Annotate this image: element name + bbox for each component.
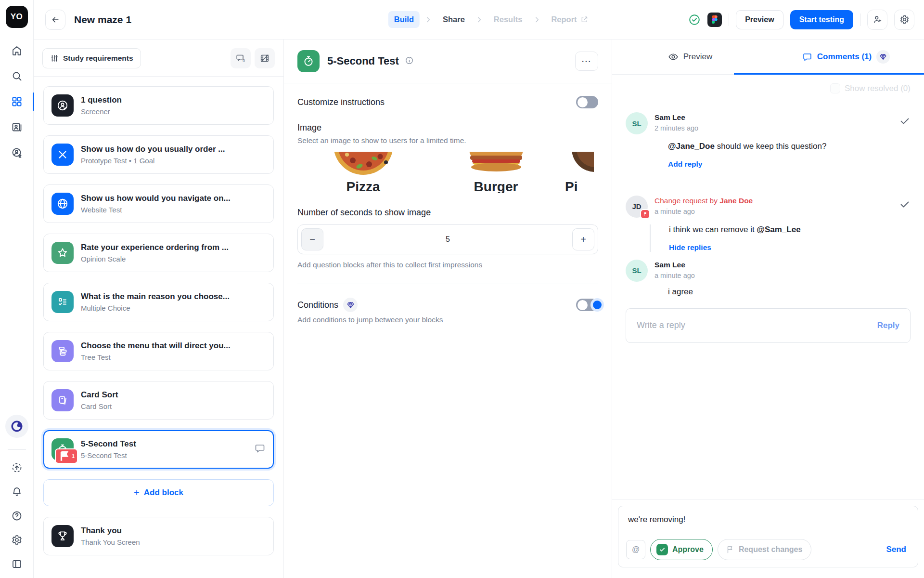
block-card-opinion-scale[interactable]: Rate your experience ordering from ... O… [43, 234, 274, 272]
show-resolved-label: Show resolved (0) [845, 84, 911, 93]
mention-at-button[interactable]: @ [626, 540, 645, 559]
seconds-stepper: − 5 + [297, 224, 598, 254]
block-subtitle: Card Sort [81, 402, 118, 410]
block-title: 5-Second Test [81, 439, 136, 449]
preview-button[interactable]: Preview [736, 10, 783, 29]
right-panel: Preview Comments (1) Show resolved (0) [612, 39, 924, 578]
tab-report[interactable]: Report [545, 11, 594, 28]
block-subtitle: Thank You Screen [81, 538, 140, 546]
tab-comments-label: Comments (1) [817, 52, 872, 62]
change-request-flag-icon [640, 209, 650, 219]
composer-text[interactable]: we're removing! [626, 515, 910, 525]
block-card-website-test[interactable]: Show us how would you navigate on... Web… [43, 184, 274, 223]
approve-check-icon [656, 544, 668, 555]
maze-settings-gear-button[interactable] [894, 10, 914, 30]
block-card-thank-you[interactable]: Thank you Thank You Screen [43, 517, 274, 555]
active-rail-indicator [33, 92, 34, 111]
hide-replies-link[interactable]: Hide replies [669, 243, 911, 252]
mention[interactable]: @Jane_Doe [668, 142, 715, 151]
block-card-five-second-test[interactable]: 1 5-Second Test 5-Second Test [43, 430, 274, 469]
comment-text: @Jane_Doe should we keep this question? [668, 141, 911, 152]
tab-comments[interactable]: Comments (1) [768, 39, 924, 74]
image-section-hint: Select an image to show to users for a l… [297, 136, 598, 145]
resolve-check-icon[interactable] [899, 112, 911, 129]
panel-rewards-icon[interactable] [11, 146, 23, 159]
resolve-check-icon[interactable] [899, 196, 911, 212]
block-title: What is the main reason you choose... [81, 292, 230, 302]
topbar-divider [729, 13, 729, 26]
tab-share[interactable]: Share [437, 11, 471, 28]
comment-reply: SL Sam Lee a minute ago i agree [626, 260, 911, 298]
updates-upload-icon[interactable] [11, 461, 23, 474]
study-requirements-button[interactable]: Study requirements [42, 48, 141, 68]
search-icon[interactable] [11, 70, 23, 82]
image-thumbnail-burger[interactable]: Burger [430, 152, 562, 193]
info-icon[interactable] [405, 56, 414, 67]
decrease-seconds-button[interactable]: − [301, 228, 323, 250]
add-block-button[interactable]: + Add block [43, 479, 274, 506]
block-card-tree-test[interactable]: Choose the menu that will direct you... … [43, 332, 274, 370]
invite-user-button[interactable] [867, 10, 887, 30]
comment-composer[interactable]: we're removing! @ Approve [618, 506, 918, 567]
image-label: Pi [565, 179, 594, 193]
approve-button[interactable]: Approve [650, 539, 713, 560]
start-testing-button[interactable]: Start testing [790, 10, 853, 29]
approve-label: Approve [672, 545, 704, 554]
settings-gear-icon[interactable] [11, 534, 23, 546]
avatar-initials: JD [632, 202, 641, 210]
workspace-logo[interactable]: YO [6, 6, 28, 28]
notifications-bell-icon[interactable] [11, 486, 23, 498]
block-card-multiple-choice[interactable]: What is the main reason you choose... Mu… [43, 283, 274, 321]
image-thumbnail-partial[interactable]: Pi [563, 152, 594, 193]
customize-instructions-toggle[interactable] [576, 96, 598, 108]
tab-preview[interactable]: Preview [612, 39, 768, 74]
comment-text: i agree [668, 287, 911, 298]
tab-results[interactable]: Results [488, 11, 528, 28]
blocks-panel: Study requirements 0 [34, 39, 284, 578]
block-card-screener[interactable]: 1 question Screener [43, 86, 274, 125]
editor-title: 5-Second Test [327, 55, 399, 67]
show-resolved-control[interactable]: Show resolved (0) [830, 83, 911, 93]
gem-upgrade-icon [343, 298, 358, 312]
image-thumbnail-pizza[interactable]: Pizza [297, 152, 429, 193]
mention[interactable]: @Sam_Lee [757, 225, 800, 234]
comment-body-text: should we keep this question? [715, 142, 827, 151]
add-reply-link[interactable]: Add reply [668, 160, 911, 169]
request-changes-button[interactable]: Request changes [718, 539, 811, 560]
conditions-toggle[interactable] [576, 299, 598, 311]
projects-grid-icon[interactable] [11, 95, 23, 108]
usage-meter-icon[interactable] [5, 415, 28, 438]
block-title: Thank you [81, 526, 140, 536]
block-card-prototype-test[interactable]: Show us how do you usually order ... Pro… [43, 135, 274, 174]
five-second-test-icon [297, 50, 320, 72]
image-strip[interactable]: Pizza Burger [297, 152, 598, 193]
block-comment-icon[interactable] [254, 443, 266, 456]
change-request-prefix: Change request by [654, 197, 719, 205]
tab-build[interactable]: Build [388, 11, 420, 28]
page-title: New maze 1 [74, 14, 131, 26]
screener-block-icon [51, 94, 74, 117]
block-more-menu-button[interactable]: ⋯ [575, 52, 598, 71]
gem-upgrade-icon [876, 50, 890, 64]
seconds-label: Number of seconds to show image [297, 208, 598, 218]
chevron-right-icon [475, 16, 483, 24]
show-resolved-checkbox[interactable] [830, 83, 840, 93]
build-steps-nav: Build Share Results Report [388, 0, 594, 39]
home-icon[interactable] [11, 44, 23, 57]
increase-seconds-button[interactable]: + [572, 228, 594, 250]
reply-input[interactable] [637, 320, 877, 330]
comment-timestamp: a minute ago [654, 272, 695, 279]
seconds-value[interactable]: 5 [323, 235, 572, 244]
study-requirements-label: Study requirements [63, 54, 133, 63]
send-button[interactable]: Send [886, 545, 910, 554]
back-button[interactable] [45, 10, 65, 30]
figma-integration-icon[interactable] [707, 13, 722, 27]
reply-button[interactable]: Reply [877, 321, 899, 330]
block-subtitle: Website Test [81, 206, 231, 214]
comments-count-button[interactable]: 0 [231, 48, 251, 68]
block-card-card-sort[interactable]: Card Sort Card Sort [43, 381, 274, 420]
participants-id-icon[interactable] [11, 121, 23, 133]
help-icon[interactable] [11, 510, 23, 522]
collapse-panel-icon[interactable] [11, 558, 23, 570]
video-disabled-button[interactable] [255, 48, 275, 68]
